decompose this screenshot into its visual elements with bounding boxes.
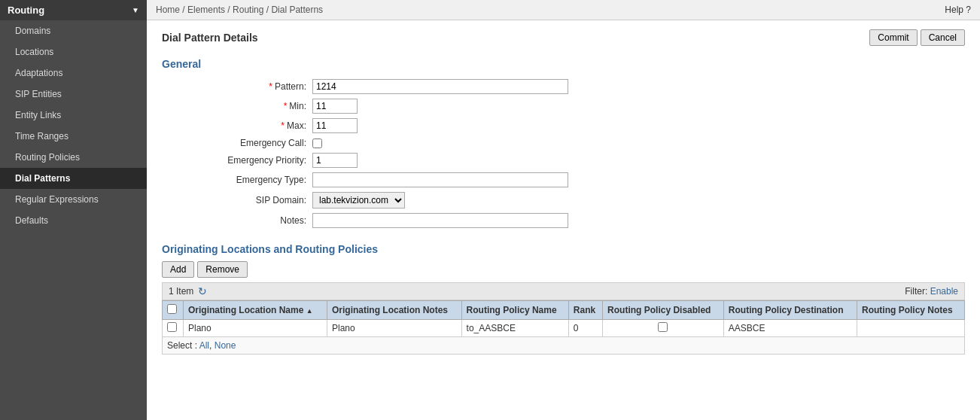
notes-input[interactable] <box>312 213 568 228</box>
select-all-link[interactable]: All <box>199 340 209 351</box>
cancel-button[interactable]: Cancel <box>921 29 965 46</box>
row-routing-policy-destination: AASBCE <box>723 320 857 337</box>
sidebar-item-regular-expressions[interactable]: Regular Expressions <box>0 189 147 210</box>
sidebar-item-dial-patterns[interactable]: Dial Patterns <box>0 168 147 189</box>
header-routing-policy-notes: Routing Policy Notes <box>857 301 964 320</box>
sidebar-item-routing-policies[interactable]: Routing Policies <box>0 147 147 168</box>
select-none-link[interactable]: None <box>215 340 236 351</box>
min-label: *Min: <box>162 101 312 111</box>
routing-policy-disabled-checkbox[interactable] <box>658 322 668 332</box>
originating-locations-section: Originating Locations and Routing Polici… <box>162 243 965 355</box>
commit-button[interactable]: Commit <box>869 29 917 46</box>
filter-enable-link[interactable]: Enable <box>930 286 958 297</box>
emergency-type-row: Emergency Type: <box>162 172 965 187</box>
emergency-call-row: Emergency Call: <box>162 138 965 148</box>
emergency-call-label: Emergency Call: <box>162 138 312 148</box>
required-star: * <box>269 81 272 92</box>
sip-domain-select[interactable]: lab.tekvizion.com <box>312 192 405 208</box>
row-orig-loc-name: Plano <box>184 320 327 337</box>
sidebar-item-domains[interactable]: Domains <box>0 20 147 41</box>
filter-label: Filter: <box>905 286 927 297</box>
max-row: *Max: <box>162 118 965 133</box>
header-routing-policy-name: Routing Policy Name <box>461 301 568 320</box>
header-rank: Rank <box>568 301 602 320</box>
emergency-priority-label: Emergency Priority: <box>162 155 312 166</box>
row-checkbox[interactable] <box>167 322 177 332</box>
notes-label: Notes: <box>162 215 312 226</box>
row-checkbox-cell <box>163 320 184 337</box>
select-bar: Select : All, None <box>162 337 965 355</box>
sidebar-header[interactable]: Routing ▼ <box>0 0 147 20</box>
table-row: Plano Plano to_AASBCE 0 AASBCE <box>163 320 965 337</box>
row-routing-policy-notes <box>857 320 964 337</box>
sidebar-item-time-ranges[interactable]: Time Ranges <box>0 126 147 147</box>
emergency-call-checkbox[interactable] <box>312 138 322 148</box>
sidebar-item-adaptations[interactable]: Adaptations <box>0 62 147 84</box>
header-orig-loc-notes: Originating Location Notes <box>327 301 462 320</box>
table-info-left: 1 Item ↻ <box>169 285 207 297</box>
general-section: General *Pattern: *Min: *Max: <box>162 58 965 228</box>
breadcrumb-text: Home / Elements / Routing / Dial Pattern… <box>156 5 323 15</box>
general-section-title: General <box>162 58 965 70</box>
emergency-priority-row: Emergency Priority: <box>162 153 965 168</box>
select-all-checkbox[interactable] <box>167 304 177 314</box>
pattern-input[interactable] <box>312 79 568 94</box>
action-buttons: Commit Cancel <box>869 29 965 46</box>
help-link[interactable]: Help ? <box>945 5 971 15</box>
min-row: *Min: <box>162 99 965 114</box>
notes-row: Notes: <box>162 213 965 228</box>
min-input[interactable] <box>312 99 358 114</box>
sip-domain-row: SIP Domain: lab.tekvizion.com <box>162 192 965 208</box>
page-header: Dial Pattern Details Commit Cancel <box>162 29 965 46</box>
header-checkbox-col <box>163 301 184 320</box>
select-label: Select : <box>167 340 197 351</box>
originating-table: Originating Location Name Originating Lo… <box>162 300 965 337</box>
refresh-icon[interactable]: ↻ <box>198 285 207 297</box>
sidebar: Routing ▼ Domains Locations Adaptations … <box>0 0 147 420</box>
row-rank: 0 <box>568 320 602 337</box>
sidebar-item-defaults[interactable]: Defaults <box>0 210 147 231</box>
header-routing-policy-disabled: Routing Policy Disabled <box>603 301 724 320</box>
header-orig-loc-name[interactable]: Originating Location Name <box>184 301 327 320</box>
pattern-row: *Pattern: <box>162 79 965 94</box>
content-area: Dial Pattern Details Commit Cancel Gener… <box>147 20 980 420</box>
add-button[interactable]: Add <box>162 261 194 278</box>
main-content: Home / Elements / Routing / Dial Pattern… <box>147 0 980 420</box>
row-orig-loc-notes: Plano <box>327 320 462 337</box>
required-star-min: * <box>284 101 288 111</box>
filter-area: Filter: Enable <box>905 286 958 297</box>
sidebar-collapse-icon: ▼ <box>132 6 139 14</box>
emergency-type-label: Emergency Type: <box>162 175 312 185</box>
max-input[interactable] <box>312 118 358 133</box>
sidebar-item-entity-links[interactable]: Entity Links <box>0 105 147 126</box>
sip-domain-label: SIP Domain: <box>162 195 312 205</box>
table-header-row: Originating Location Name Originating Lo… <box>163 301 965 320</box>
table-info-bar: 1 Item ↻ Filter: Enable <box>162 282 965 300</box>
row-routing-policy-name: to_AASBCE <box>461 320 568 337</box>
sidebar-title: Routing <box>8 5 44 16</box>
remove-button[interactable]: Remove <box>197 261 248 278</box>
sidebar-item-sip-entities[interactable]: SIP Entities <box>0 84 147 105</box>
emergency-priority-input[interactable] <box>312 153 358 168</box>
page-title: Dial Pattern Details <box>162 32 258 44</box>
breadcrumb: Home / Elements / Routing / Dial Pattern… <box>147 0 980 20</box>
pattern-label: *Pattern: <box>162 81 312 92</box>
item-count: 1 Item <box>169 286 193 297</box>
emergency-type-input[interactable] <box>312 172 568 187</box>
row-routing-policy-disabled <box>603 320 724 337</box>
required-star-max: * <box>281 120 285 131</box>
max-label: *Max: <box>162 120 312 131</box>
table-controls: Add Remove <box>162 261 965 278</box>
originating-section-title: Originating Locations and Routing Polici… <box>162 243 965 255</box>
header-routing-policy-destination: Routing Policy Destination <box>723 301 857 320</box>
sidebar-item-locations[interactable]: Locations <box>0 41 147 62</box>
